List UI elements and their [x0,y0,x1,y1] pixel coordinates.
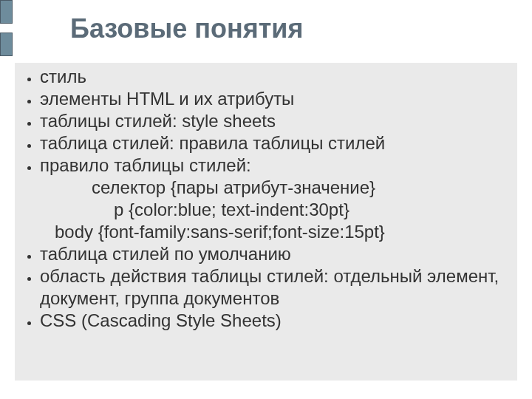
list-item: область действия таблицы стилей: отдельн… [40,265,510,310]
list-item-text: правило таблицы стилей: [40,155,251,175]
list-item: таблицы стилей: style sheets [40,110,510,132]
list-item: таблица стилей: правила таблицы стилей [40,132,510,154]
list-item: таблица стилей по умолчанию [40,243,510,265]
side-tabs [0,0,11,65]
list-item-text: таблица стилей по умолчанию [40,244,291,264]
slide: Базовые понятия стиль элементы HTML и их… [0,0,532,399]
side-tab-2 [0,33,13,56]
list-item-text: таблица стилей: правила таблицы стилей [40,133,385,153]
slide-title: Базовые понятия [70,13,303,44]
list-item: элементы HTML и их атрибуты [40,88,510,110]
list-item-text: таблицы стилей: style sheets [40,111,276,131]
side-tab-1 [0,0,13,24]
sub-line: p {color:blue; text-indent:30pt} [40,199,510,221]
list-item: CSS (Cascading Style Sheets) [40,310,510,332]
list-item-text: область действия таблицы стилей: отдельн… [40,266,499,308]
sub-line: body {font-family:sans-serif;font-size:1… [40,221,510,243]
sub-line: селектор {пары атрибут-значение} [40,177,510,199]
list-item-text: стиль [40,66,86,86]
bullet-list: стиль элементы HTML и их атрибуты таблиц… [22,66,510,332]
list-item-text: элементы HTML и их атрибуты [40,89,294,109]
list-item-text: CSS (Cascading Style Sheets) [40,310,282,330]
list-item: стиль [40,66,510,88]
list-item: правило таблицы стилей: селектор {пары а… [40,154,510,243]
content-panel: стиль элементы HTML и их атрибуты таблиц… [15,63,517,381]
